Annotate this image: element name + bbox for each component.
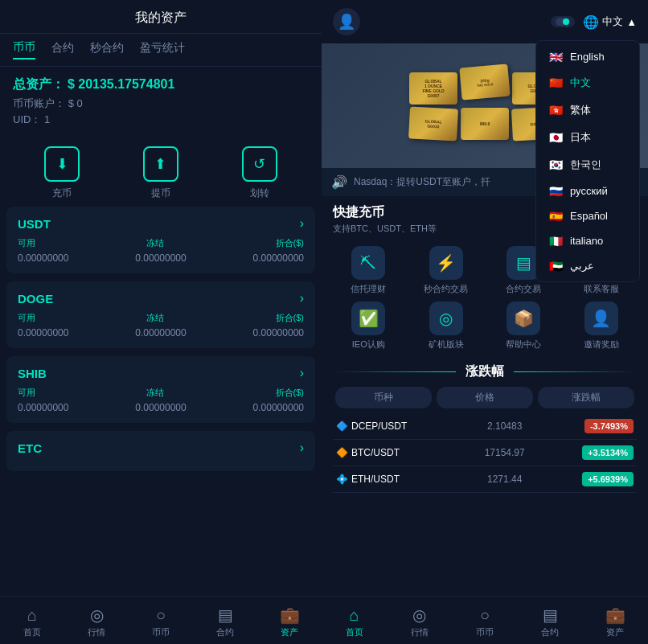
left-nav-assets[interactable]: 💼 资产 [257,605,322,638]
right-nav-assets-label: 资产 [606,626,624,638]
coin-header-etc: ETC › [18,441,304,455]
contract-nav-icon: ▤ [218,605,233,625]
lang-option-ko[interactable]: 🇰🇷 한국인 [536,151,639,178]
left-nav-home[interactable]: ⌂ 首页 [0,606,64,638]
right-nav-home[interactable]: ⌂ 首页 [322,606,387,638]
flag-tw: 🇭🇰 [548,105,564,116]
right-nav-assets[interactable]: 💼 资产 [583,605,648,638]
eth-pair: ETH/USDT [351,474,400,485]
avatar[interactable]: 👤 [333,8,360,35]
left-nav-contract-label: 合约 [216,626,234,638]
service-invite[interactable]: 👤 邀请奖励 [566,301,638,351]
col-price: 价格 [437,387,533,408]
tab-second-contract[interactable]: 秒合约 [90,41,124,59]
right-nav-contract[interactable]: ▤ 合约 [518,605,583,638]
market-row-dcep[interactable]: 🔷 DCEP/USDT 2.10483 -3.7493% [333,413,637,440]
left-nav-contract[interactable]: ▤ 合约 [193,605,257,638]
lang-option-zh[interactable]: 🇨🇳 中文 [536,69,639,96]
flag-zh: 🇨🇳 [548,77,564,88]
dcep-change-badge: -3.7493% [584,419,634,433]
label-frozen-shib: 冻结 [146,387,164,399]
theme-toggle[interactable] [551,16,575,27]
gold-bar-5: 999.9 [461,108,509,140]
coin-name-etc: ETC [18,441,42,455]
gold-bar-2: 100g THE GOLD [459,64,510,100]
tab-pnl[interactable]: 盈亏统计 [140,41,185,59]
coin-labels-usdt: 可用 冻结 折合($) [18,237,304,249]
val-available-doge: 0.00000000 [18,327,68,338]
coin-item-etc[interactable]: ETC › [6,431,315,471]
speaker-icon: 🔊 [331,174,347,190]
action-buttons: ⬇ 充币 ⬆ 提币 ↺ 划转 [0,137,322,207]
lang-current: 中文 [602,14,623,29]
deposit-button[interactable]: ⬇ 充币 [44,146,80,200]
flag-ja: 🇯🇵 [548,132,564,143]
coin-header-shib: SHIB › [18,366,304,380]
lang-option-ar[interactable]: 🇦🇪 عربي [536,253,639,278]
uid-label: UID： [13,113,41,125]
tab-contract[interactable]: 合约 [51,41,74,59]
btc-price: 17154.97 [455,447,554,458]
trust-icon: ⛏ [351,246,385,280]
service-trust[interactable]: ⛏ 信托理财 [333,246,404,295]
transfer-button[interactable]: ↺ 划转 [242,146,277,200]
right-home-icon: ⌂ [350,606,359,625]
gold-bar-1: GLOBAL 1 OUNCE FINE GOLD G0007 [409,72,457,105]
tab-coinpair[interactable]: 币币 [13,40,35,59]
dcep-change: -3.7493% [554,419,634,433]
lang-option-it[interactable]: 🇮🇹 italiano [536,228,639,253]
coin-values-usdt: 0.00000000 0.00000000 0.00000000 [18,252,304,264]
eth-change-badge: +5.6939% [582,472,634,486]
coin-item-doge[interactable]: DOGE › 可用 冻结 折合($) 0.00000000 0.00000000… [6,281,315,348]
account-row: 币币账户： $ 0 [13,96,309,111]
dcep-price: 2.10483 [455,420,554,432]
lang-label-ar: عربي [570,260,594,272]
chevron-up-icon: ▲ [626,16,637,28]
pair-btc: 🔶 BTC/USDT [336,447,455,458]
right-nav-market[interactable]: ◎ 行情 [387,605,452,638]
coin-values-shib: 0.00000000 0.00000000 0.00000000 [18,402,304,413]
coin-name-shib: SHIB [18,367,47,380]
market-row-eth[interactable]: 💠 ETH/USDT 1271.44 +5.6939% [333,466,637,493]
coin-item-usdt[interactable]: USDT › 可用 冻结 折合($) 0.00000000 0.00000000… [6,207,315,273]
right-nav-coin[interactable]: ○ 币币 [452,606,517,638]
service-ieo[interactable]: ✅ IEO认购 [333,301,404,351]
ieo-icon: ✅ [351,301,385,335]
deposit-icon: ⬇ [44,146,80,182]
uid-row: UID： 1 [13,113,309,127]
left-nav-market[interactable]: ◎ 行情 [64,605,129,638]
lang-selector[interactable]: 🌐 中文 ▲ [583,14,637,30]
lang-option-ja[interactable]: 🇯🇵 日本 [536,124,639,151]
second-contract-label: 秒合约交易 [424,283,468,295]
service-second-contract[interactable]: ⚡ 秒合约交易 [411,246,482,295]
market-row-btc[interactable]: 🔶 BTC/USDT 17154.97 +3.5134% [333,440,637,466]
eth-price: 1271.44 [455,474,554,485]
right-coin-icon: ○ [480,606,490,625]
ticker-text: Nasdaq：提转USDT至账户，扦 [354,175,490,189]
left-nav-coin[interactable]: ○ 币币 [129,606,193,638]
second-contract-icon: ⚡ [429,246,463,280]
left-header: 我的资产 [0,0,322,34]
trust-label: 信托理财 [351,283,386,295]
coin-name-doge: DOGE [18,292,53,306]
help-icon: 📦 [507,301,540,335]
eth-icon: 💠 [336,474,348,485]
uid-value: 1 [44,113,50,125]
left-nav-home-label: 首页 [23,626,41,638]
lang-option-es[interactable]: 🇪🇸 Español [536,203,639,228]
service-miner[interactable]: ◎ 矿机版块 [411,301,482,351]
btc-pair: BTC/USDT [351,447,400,458]
lang-option-ru[interactable]: 🇷🇺 русский [536,178,639,203]
account-value: $ 0 [68,97,83,109]
assets-nav-icon: 💼 [280,605,300,625]
coin-item-shib[interactable]: SHIB › 可用 冻结 折合($) 0.00000000 0.00000000… [6,356,315,423]
lang-label-zh: 中文 [570,76,591,90]
lang-option-en[interactable]: 🇬🇧 English [536,44,639,69]
right-contract-icon: ▤ [543,605,558,625]
service-help[interactable]: 📦 帮助中心 [488,301,560,351]
right-panel: 👤 🌐 中文 ▲ 🇬🇧 English 🇨🇳 中文 🇭🇰 繁体 🇯 [322,0,648,644]
lang-option-tw[interactable]: 🇭🇰 繁体 [536,96,639,124]
chevron-icon-etc: › [300,441,304,455]
withdraw-button[interactable]: ⬆ 提币 [143,146,178,200]
right-header: 👤 🌐 中文 ▲ [322,0,648,43]
